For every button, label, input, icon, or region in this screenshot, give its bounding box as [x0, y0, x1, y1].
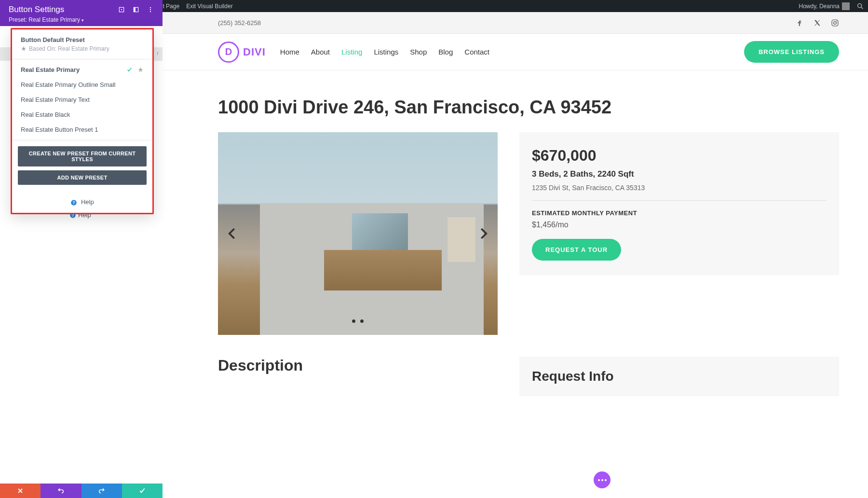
more-icon[interactable] [147, 6, 154, 12]
dock-icon[interactable] [133, 6, 139, 12]
snap-icon[interactable] [118, 6, 125, 12]
howdy-user[interactable]: Howdy, Deanna [799, 2, 850, 10]
svg-point-8 [150, 7, 151, 8]
button-settings-panel: Button Settings Preset: Real Estate Prim… [0, 0, 163, 12]
svg-point-10 [150, 11, 151, 12]
svg-point-5 [121, 9, 122, 10]
exit-visual-builder[interactable]: Exit Visual Builder [186, 3, 233, 10]
svg-point-9 [150, 9, 151, 10]
search-icon[interactable] [856, 2, 864, 10]
svg-rect-2 [842, 2, 850, 10]
settings-title: Button Settings [9, 5, 64, 12]
svg-rect-7 [134, 7, 136, 12]
svg-point-3 [858, 3, 862, 7]
